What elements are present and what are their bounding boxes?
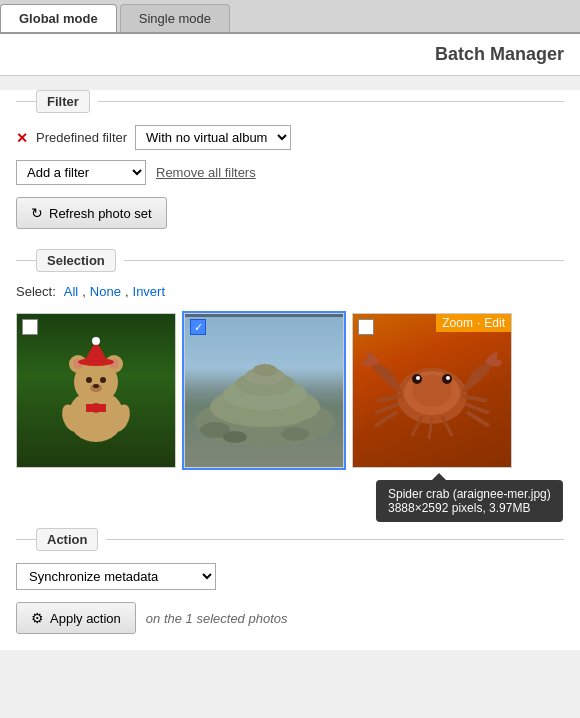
- tooltip-dims: 3888×2592 pixels, 3.97MB: [388, 501, 551, 515]
- zoom-link[interactable]: Zoom: [442, 316, 473, 330]
- filter-section-label: Filter: [36, 90, 90, 113]
- gear-icon: ⚙: [31, 610, 44, 626]
- action-type-select[interactable]: Synchronize metadata Add tags Remove tag…: [16, 563, 216, 590]
- refresh-label: Refresh photo set: [49, 206, 152, 221]
- svg-point-25: [223, 431, 247, 443]
- section-line-right: [98, 101, 564, 102]
- select-invert-link[interactable]: Invert: [133, 284, 166, 299]
- photo-checkbox-2[interactable]: [190, 319, 206, 335]
- svg-point-22: [253, 364, 277, 376]
- select-label: Select:: [16, 284, 56, 299]
- tab-global[interactable]: Global mode: [0, 4, 117, 32]
- select-all-link[interactable]: All: [64, 284, 78, 299]
- apply-action-note: on the 1 selected photos: [146, 611, 288, 626]
- add-filter-row: Add a filter Remove all filters: [16, 160, 564, 185]
- svg-point-14: [91, 403, 101, 413]
- tooltip-name: Spider crab (araignee-mer.jpg): [388, 487, 551, 501]
- photo-tooltip: Spider crab (araignee-mer.jpg) 3888×2592…: [376, 480, 563, 522]
- svg-line-36: [375, 412, 397, 426]
- action-section-label: Action: [36, 528, 98, 551]
- svg-point-9: [93, 384, 99, 388]
- photo-item-1[interactable]: [16, 313, 176, 468]
- selection-line-left: [16, 260, 36, 261]
- action-line-right: [106, 539, 564, 540]
- apply-action-button[interactable]: ⚙ Apply action: [16, 602, 136, 634]
- photo-checkbox-3[interactable]: [358, 319, 374, 335]
- predefined-filter-label: Predefined filter: [36, 130, 127, 145]
- svg-point-32: [416, 376, 420, 380]
- landscape-image: [185, 314, 343, 467]
- svg-line-39: [467, 412, 489, 426]
- selection-row: Select: All, None, Invert: [16, 284, 564, 299]
- refresh-icon: ↻: [31, 205, 43, 221]
- svg-point-12: [92, 337, 100, 345]
- svg-point-7: [100, 377, 106, 383]
- section-line-left: [16, 101, 36, 102]
- predefined-filter-select[interactable]: With no virtual album All photos With ta…: [135, 125, 291, 150]
- zoom-edit-bar: Zoom · Edit: [436, 314, 511, 332]
- svg-point-33: [446, 376, 450, 380]
- photo-checkbox-1[interactable]: [22, 319, 38, 335]
- page-title: Batch Manager: [0, 34, 580, 76]
- add-filter-select[interactable]: Add a filter: [16, 160, 146, 185]
- apply-action-row: ⚙ Apply action on the 1 selected photos: [16, 602, 564, 634]
- zoom-edit-separator: ·: [477, 316, 480, 330]
- selection-section-label: Selection: [36, 249, 116, 272]
- svg-point-26: [281, 427, 309, 441]
- action-line-left: [16, 539, 36, 540]
- main-content: Filter ✕ Predefined filter With no virtu…: [0, 90, 580, 650]
- select-none-link[interactable]: None: [90, 284, 121, 299]
- remove-predefined-filter-button[interactable]: ✕: [16, 130, 28, 146]
- photo-grid: Zoom · Edit: [16, 313, 564, 468]
- remove-all-filters-link[interactable]: Remove all filters: [156, 165, 256, 180]
- edit-link[interactable]: Edit: [484, 316, 505, 330]
- action-select-row: Synchronize metadata Add tags Remove tag…: [16, 563, 564, 590]
- apply-action-label: Apply action: [50, 611, 121, 626]
- crab-image: [357, 321, 507, 461]
- photo-item-2[interactable]: [184, 313, 344, 468]
- predefined-filter-row: ✕ Predefined filter With no virtual albu…: [16, 125, 564, 150]
- selection-line-right: [124, 260, 564, 261]
- svg-point-6: [86, 377, 92, 383]
- photo-item-3[interactable]: Zoom · Edit: [352, 313, 512, 468]
- tab-single[interactable]: Single mode: [120, 4, 230, 32]
- action-section-header: Action: [16, 528, 564, 551]
- refresh-photo-set-button[interactable]: ↻ Refresh photo set: [16, 197, 167, 229]
- selection-section-header: Selection: [16, 249, 564, 272]
- bear-image: [56, 336, 136, 446]
- tab-bar: Global mode Single mode: [0, 0, 580, 34]
- filter-section-header: Filter: [16, 90, 564, 113]
